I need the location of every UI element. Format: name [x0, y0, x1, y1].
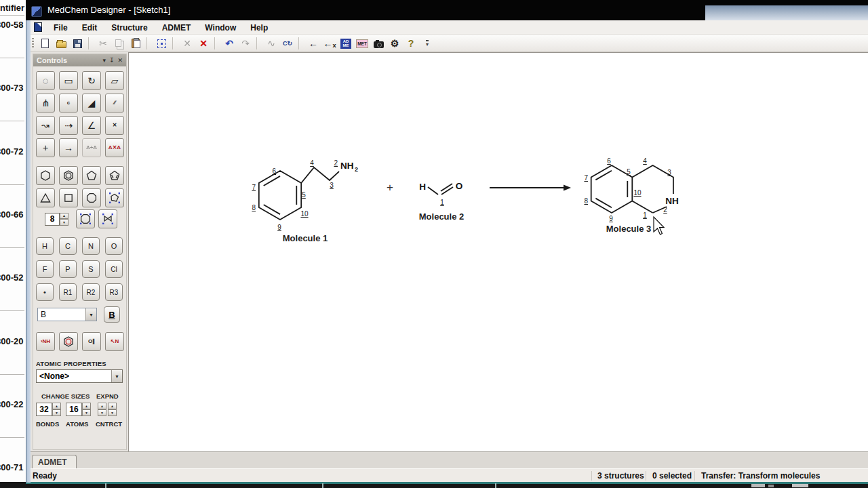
ring-triangle-button[interactable] — [36, 188, 55, 207]
open-file-button[interactable] — [54, 36, 68, 51]
unmap-atoms-tool-button[interactable]: A✕A — [105, 138, 124, 157]
document-icon[interactable] — [34, 22, 42, 32]
toolbar-separator — [298, 37, 303, 49]
menu-window[interactable]: Window — [203, 22, 238, 33]
panel-menu-icon[interactable]: ▾ — [102, 58, 106, 64]
element-r2-button[interactable]: R2 — [82, 283, 100, 301]
paste-button[interactable] — [128, 36, 143, 51]
bond-type-select[interactable]: B ▼ — [37, 308, 97, 321]
met-button[interactable]: MET — [355, 36, 370, 51]
element-c-button[interactable]: C — [59, 237, 77, 255]
menu-structure[interactable]: Structure — [109, 22, 149, 33]
ring-octagon-button[interactable] — [82, 188, 101, 207]
toolbar-separator — [172, 37, 177, 49]
bond-size-spinner[interactable]: ▲▼ — [52, 403, 61, 416]
tab-admet[interactable]: ADMET — [32, 455, 77, 469]
copy-button[interactable] — [112, 36, 127, 51]
save-button[interactable] — [70, 36, 85, 51]
redo-button[interactable]: ↷ — [238, 36, 253, 51]
contract-spinner[interactable]: ▲▼ — [108, 403, 117, 416]
panel-close-icon[interactable]: ✕ — [117, 58, 123, 64]
bond-cross-tool-button[interactable]: ✕ — [105, 116, 124, 135]
molecule-3[interactable]: 6 7 8 9 5 10 4 3 NH 2 1 Molecule 3 — [584, 157, 678, 234]
reaction-arrow-tool-button[interactable]: → — [59, 138, 78, 157]
transform-molecules-button[interactable]: C↻ — [280, 36, 295, 51]
expand-spinner[interactable]: ▲▼ — [98, 403, 106, 416]
deselect-button[interactable]: ✕ — [180, 36, 195, 51]
element-h-button[interactable]: H — [36, 237, 54, 255]
back-remove-button[interactable]: ←ₓ — [322, 36, 337, 51]
add-molecule-button[interactable]: ∿ — [264, 36, 279, 51]
cut-button[interactable]: ✂ — [96, 36, 111, 51]
undo-button[interactable]: ↶ — [222, 36, 237, 51]
ring-fused-template-button[interactable] — [98, 209, 117, 228]
hash-bond-tool-button[interactable]: ∕∕ — [105, 94, 124, 113]
carbonyl-tool-button[interactable]: O∥ — [82, 332, 101, 351]
back-button[interactable]: ← — [306, 36, 321, 51]
molecule-1[interactable]: 6 7 8 9 10 5 4 3 2 NH 2 Molecule 1 — [252, 159, 358, 243]
bold-b-button[interactable]: B — [104, 306, 120, 323]
new-document-button[interactable] — [37, 36, 52, 51]
delete-button[interactable]: ✕ — [196, 36, 211, 51]
rect-select-button[interactable]: ▭ — [59, 71, 78, 90]
svg-text:9: 9 — [609, 215, 613, 222]
aromatic-ring-tool-button[interactable] — [59, 332, 78, 351]
polymer-chain-tool-button[interactable]: ↝ — [36, 116, 55, 135]
ring-n-sided-button[interactable] — [76, 209, 95, 228]
element-p-button[interactable]: P — [59, 260, 77, 278]
select-all-button[interactable] — [154, 36, 169, 51]
dropdown-arrow-icon[interactable]: ▼ — [85, 308, 96, 321]
element-s-button[interactable]: S — [82, 260, 100, 278]
toolbar-buttons: ✂✕✕↶↷∿C↻←←ₓADMEMET⚙?▾ — [37, 35, 435, 52]
ring-benzene-button[interactable] — [59, 166, 78, 185]
lasso-select-button[interactable]: ◌ — [36, 71, 55, 90]
element-r3-button[interactable]: R3 — [105, 283, 123, 301]
ring-size-input[interactable]: 8 — [45, 213, 60, 226]
snapshot-button[interactable] — [371, 36, 386, 51]
element-o-button[interactable]: O — [105, 237, 123, 255]
dropdown-arrow-icon[interactable]: ▼ — [111, 370, 122, 382]
molecule-2[interactable]: H O 1 Molecule 2 — [419, 181, 464, 222]
atom-size-input[interactable]: 16 — [66, 403, 82, 416]
chain-tool-button[interactable]: c — [59, 94, 78, 113]
element-r1-button[interactable]: R1 — [59, 283, 77, 301]
menu-help[interactable]: Help — [248, 22, 270, 33]
chain-length-tool-button[interactable]: ⇢ — [59, 116, 78, 135]
menu-admet[interactable]: ADMET — [160, 22, 193, 33]
sketch-canvas[interactable]: 6 7 8 9 10 5 4 3 2 NH 2 Molecule 1 — [128, 52, 868, 451]
molecule-drawing[interactable]: 6 7 8 9 10 5 4 3 2 NH 2 Molecule 1 — [129, 53, 868, 451]
panel-pin-icon[interactable]: ↧ — [109, 58, 115, 64]
back-icon: ← — [309, 39, 318, 48]
bond-size-input[interactable]: 32 — [36, 403, 52, 416]
new-structure-tool-button[interactable]: + — [36, 138, 55, 157]
map-atoms-tool-button[interactable]: A+A — [82, 138, 101, 157]
element-dot-button[interactable]: • — [36, 283, 54, 301]
tab-row: ADMET — [26, 451, 868, 468]
menu-edit[interactable]: Edit — [80, 22, 100, 33]
menu-file[interactable]: File — [52, 22, 70, 33]
atomic-properties-select[interactable]: <None> ▼ — [36, 369, 123, 383]
ring-polygon-custom-button[interactable] — [105, 188, 124, 207]
rotate-select-button[interactable]: ↻ — [82, 71, 101, 90]
adme-button[interactable]: ADME — [338, 36, 353, 51]
ring-size-spinner[interactable]: ▲▼ — [60, 213, 68, 226]
element-f-button[interactable]: F — [36, 260, 54, 278]
settings-button[interactable]: ⚙ — [387, 36, 402, 51]
atom-size-spinner[interactable]: ▲▼ — [82, 403, 91, 416]
wedge-bond-tool-button[interactable]: ◢ — [82, 94, 101, 113]
ring-cyclopentadiene-button[interactable] — [105, 166, 124, 185]
toolbar-grip[interactable] — [32, 38, 34, 49]
help-button[interactable]: ? — [403, 36, 418, 51]
controls-panel-header[interactable]: Controls ▾ ↧ ✕ — [33, 54, 126, 66]
angle-tool-button[interactable]: ∠ — [82, 116, 101, 135]
element-cl-button[interactable]: Cl — [105, 260, 123, 278]
toolbar-options-button[interactable]: ▾ — [420, 36, 435, 51]
element-n-button[interactable]: N — [82, 237, 100, 255]
eraser-button[interactable]: ▱ — [105, 71, 124, 90]
nh-tool-button[interactable]: ›NH — [36, 332, 55, 351]
pointer-n-tool-button[interactable]: ↖N — [105, 332, 124, 351]
atom-bond-tool-button[interactable]: ⋔ — [36, 94, 55, 113]
ring-square-button[interactable] — [59, 188, 78, 207]
ring-hexagon-button[interactable] — [36, 166, 55, 185]
ring-pentagon-button[interactable] — [82, 166, 101, 185]
